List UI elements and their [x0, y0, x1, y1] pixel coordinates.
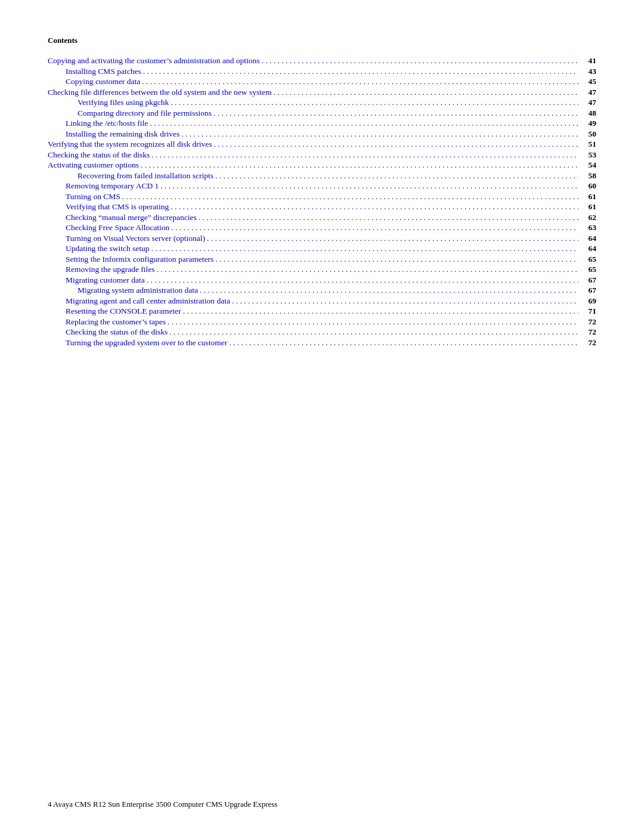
entry-removing-upgrade[interactable]: Removing the upgrade files . . . . . . .… [48, 265, 596, 274]
entry-main-copying[interactable]: Copying and activating the customer’s ad… [48, 56, 596, 66]
entry-migrating-customer[interactable]: Migrating customer data . . . . . . . . … [48, 275, 596, 285]
entry-recovering-failed-page: 58 [578, 171, 596, 181]
entry-turning-visual-dots: . . . . . . . . . . . . . . . . . . . . … [205, 234, 578, 243]
entry-installing-cms-dots: . . . . . . . . . . . . . . . . . . . . … [141, 67, 578, 76]
entry-checking-status2-text: Checking the status of the disks [66, 327, 168, 337]
entry-verifying-system-page: 51 [578, 140, 596, 149]
entry-verifying-cms-dots: . . . . . . . . . . . . . . . . . . . . … [169, 202, 578, 212]
entry-verifying-cms-page: 61 [578, 202, 596, 212]
entry-recovering-failed[interactable]: Recovering from failed installation scri… [48, 171, 596, 181]
entry-checking-manual-page: 62 [578, 213, 596, 222]
entry-installing-cms[interactable]: Installing CMS patches . . . . . . . . .… [48, 67, 596, 76]
entry-removing-temp[interactable]: Removing temporary ACD 1 . . . . . . . .… [48, 181, 596, 191]
entry-turning-visual[interactable]: Turning on Visual Vectors server (option… [48, 234, 596, 243]
entry-installing-disks[interactable]: Installing the remaining disk drives . .… [48, 129, 596, 139]
section-label: Contents [48, 36, 596, 45]
entry-checking-file-diff[interactable]: Checking file differences between the ol… [48, 88, 596, 97]
entry-checking-free-page: 63 [578, 223, 596, 233]
entry-checking-status2-dots: . . . . . . . . . . . . . . . . . . . . … [168, 327, 578, 337]
entry-checking-status[interactable]: Checking the status of the disks . . . .… [48, 150, 596, 160]
entry-copying-customer-page: 45 [578, 77, 596, 86]
entry-verifying-files-page: 47 [578, 98, 596, 107]
entry-removing-upgrade-text: Removing the upgrade files [66, 265, 155, 274]
entry-migrating-system-dots: . . . . . . . . . . . . . . . . . . . . … [198, 286, 578, 295]
entry-replacing-tapes[interactable]: Replacing the customer’s tapes . . . . .… [48, 317, 596, 327]
entry-setting-informix-page: 65 [578, 255, 596, 264]
entry-verifying-system[interactable]: Verifying that the system recognizes all… [48, 140, 596, 149]
entry-main-copying-dots: . . . . . . . . . . . . . . . . . . . . … [260, 56, 578, 66]
entry-updating-switch[interactable]: Updating the switch setup . . . . . . . … [48, 244, 596, 253]
entry-linking-hosts-dots: . . . . . . . . . . . . . . . . . . . . … [148, 119, 578, 128]
entry-verifying-system-dots: . . . . . . . . . . . . . . . . . . . . … [212, 140, 578, 149]
entry-checking-manual-text: Checking “manual merge” discrepancies [66, 213, 197, 222]
entry-checking-status-text: Checking the status of the disks [48, 150, 150, 160]
footer-text: 4 Avaya CMS R12 Sun Enterprise 3500 Comp… [48, 800, 277, 809]
entry-replacing-tapes-text: Replacing the customer’s tapes [66, 317, 166, 327]
entry-checking-free[interactable]: Checking Free Space Allocation . . . . .… [48, 223, 596, 233]
entry-activating-options-text: Activating customer options [48, 160, 139, 170]
entry-migrating-agent-page: 69 [578, 296, 596, 306]
entry-turning-cms[interactable]: Turning on CMS . . . . . . . . . . . . .… [48, 192, 596, 202]
entry-activating-options[interactable]: Activating customer options . . . . . . … [48, 160, 596, 170]
entry-checking-status2[interactable]: Checking the status of the disks . . . .… [48, 327, 596, 337]
entry-migrating-system[interactable]: Migrating system administration data . .… [48, 286, 596, 295]
entry-migrating-agent-dots: . . . . . . . . . . . . . . . . . . . . … [230, 296, 578, 306]
footer: 4 Avaya CMS R12 Sun Enterprise 3500 Comp… [48, 800, 596, 809]
entry-verifying-files-dots: . . . . . . . . . . . . . . . . . . . . … [169, 98, 578, 107]
entry-checking-file-diff-text: Checking file differences between the ol… [48, 88, 271, 97]
entry-turning-upgraded-page: 72 [578, 338, 596, 348]
entry-checking-status2-page: 72 [578, 327, 596, 337]
entry-setting-informix[interactable]: Setting the Informix configuration param… [48, 255, 596, 264]
entry-installing-cms-text: Installing CMS patches [66, 67, 141, 76]
entry-removing-temp-dots: . . . . . . . . . . . . . . . . . . . . … [159, 181, 578, 191]
entry-copying-customer[interactable]: Copying customer data . . . . . . . . . … [48, 77, 596, 86]
entry-resetting-console-page: 71 [578, 306, 596, 316]
entry-checking-status-dots: . . . . . . . . . . . . . . . . . . . . … [150, 150, 578, 160]
entry-migrating-system-page: 67 [578, 286, 596, 295]
entry-turning-upgraded-dots: . . . . . . . . . . . . . . . . . . . . … [227, 338, 578, 348]
entry-main-copying-page: 41 [578, 56, 596, 66]
entry-turning-visual-text: Turning on Visual Vectors server (option… [66, 234, 205, 243]
entry-updating-switch-text: Updating the switch setup [66, 244, 150, 253]
page: Contents Copying and activating the cust… [0, 0, 644, 833]
entry-verifying-cms[interactable]: Verifying that CMS is operating . . . . … [48, 202, 596, 212]
entry-checking-free-text: Checking Free Space Allocation [66, 223, 169, 233]
entry-migrating-system-text: Migrating system administration data [78, 286, 198, 295]
entry-activating-options-dots: . . . . . . . . . . . . . . . . . . . . … [139, 160, 578, 170]
entry-removing-upgrade-page: 65 [578, 265, 596, 274]
entry-checking-manual-dots: . . . . . . . . . . . . . . . . . . . . … [197, 213, 578, 222]
entry-replacing-tapes-page: 72 [578, 317, 596, 327]
entry-copying-customer-text: Copying customer data [66, 77, 140, 86]
entry-turning-cms-page: 61 [578, 192, 596, 202]
entry-migrating-agent-text: Migrating agent and call center administ… [66, 296, 230, 306]
entry-verifying-system-text: Verifying that the system recognizes all… [48, 140, 212, 149]
entry-linking-hosts[interactable]: Linking the /etc/hosts file . . . . . . … [48, 119, 596, 128]
entry-checking-manual[interactable]: Checking “manual merge” discrepancies . … [48, 213, 596, 222]
entry-comparing-dir-page: 48 [578, 109, 596, 118]
entry-updating-switch-dots: . . . . . . . . . . . . . . . . . . . . … [150, 244, 578, 253]
entry-turning-cms-text: Turning on CMS [66, 192, 120, 202]
entry-turning-visual-page: 64 [578, 234, 596, 243]
entry-installing-cms-page: 43 [578, 67, 596, 76]
entry-resetting-console-text: Resetting the CONSOLE parameter [66, 306, 181, 316]
entry-turning-cms-dots: . . . . . . . . . . . . . . . . . . . . … [120, 192, 578, 202]
entry-checking-status-page: 53 [578, 150, 596, 160]
contents-heading: Contents [48, 36, 78, 45]
entry-verifying-files[interactable]: Verifying files using pkgchk . . . . . .… [48, 98, 596, 107]
entry-recovering-failed-dots: . . . . . . . . . . . . . . . . . . . . … [213, 171, 578, 181]
entry-turning-upgraded[interactable]: Turning the upgraded system over to the … [48, 338, 596, 348]
entry-migrating-customer-text: Migrating customer data [66, 275, 145, 285]
entry-removing-temp-text: Removing temporary ACD 1 [66, 181, 159, 191]
toc-container: Copying and activating the customer’s ad… [48, 56, 596, 348]
entry-installing-disks-text: Installing the remaining disk drives [66, 129, 179, 139]
entry-migrating-agent[interactable]: Migrating agent and call center administ… [48, 296, 596, 306]
entry-migrating-customer-dots: . . . . . . . . . . . . . . . . . . . . … [145, 275, 578, 285]
entry-resetting-console[interactable]: Resetting the CONSOLE parameter . . . . … [48, 306, 596, 316]
entry-comparing-dir-text: Comparing directory and file permissions [78, 109, 212, 118]
entry-checking-free-dots: . . . . . . . . . . . . . . . . . . . . … [169, 223, 578, 233]
entry-comparing-dir[interactable]: Comparing directory and file permissions… [48, 109, 596, 118]
entry-comparing-dir-dots: . . . . . . . . . . . . . . . . . . . . … [212, 109, 578, 118]
entry-verifying-cms-text: Verifying that CMS is operating [66, 202, 169, 212]
entry-setting-informix-dots: . . . . . . . . . . . . . . . . . . . . … [213, 255, 578, 264]
entry-linking-hosts-text: Linking the /etc/hosts file [66, 119, 148, 128]
